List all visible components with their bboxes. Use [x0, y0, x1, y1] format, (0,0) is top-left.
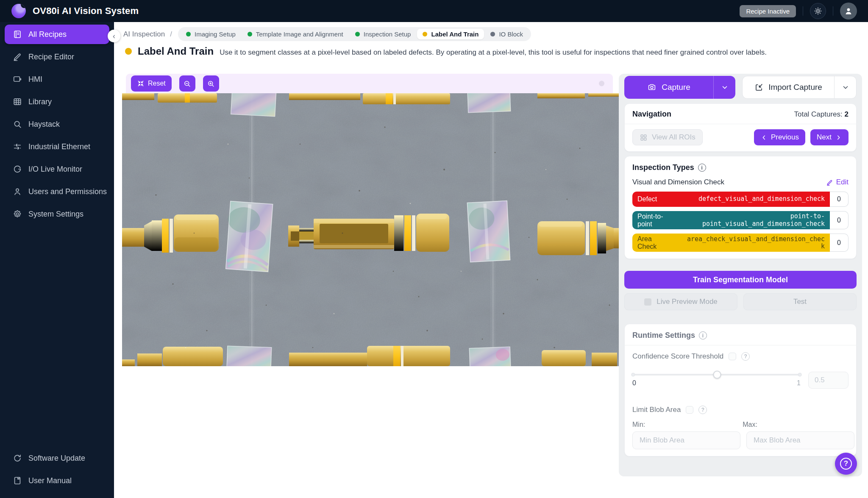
status-dot-green	[186, 32, 191, 36]
sidebar-item-label: I/O Live Monitor	[28, 165, 82, 174]
sidebar-item-label: Recipe Editor	[28, 53, 74, 61]
theme-toggle-button[interactable]	[810, 3, 826, 19]
sidebar-item-all-recipes[interactable]: All Recipes	[5, 25, 109, 44]
navigation-title: Navigation	[632, 110, 671, 119]
check-class-defect[interactable]: Defect defect_visual_and_dimension_check	[632, 192, 830, 207]
gear-icon	[13, 209, 22, 219]
sidebar-collapse-button[interactable]: ‹	[108, 30, 120, 42]
test-button[interactable]: Test	[743, 293, 857, 310]
capture-button[interactable]: Capture	[624, 76, 735, 99]
confidence-slider[interactable]: 0 1	[632, 374, 801, 387]
zoom-in-button[interactable]	[203, 75, 219, 92]
status-dot-green	[248, 32, 252, 36]
table-grid-icon	[13, 97, 22, 106]
slider-thumb[interactable]	[713, 370, 721, 378]
step-imaging-setup[interactable]: Imaging Setup	[181, 29, 241, 39]
check-class-point-to-point[interactable]: Point-to-point point-to-point_visual_and…	[632, 211, 830, 229]
slider-track[interactable]	[632, 374, 801, 376]
info-icon[interactable]: i	[699, 331, 707, 339]
page-description: Use it to segment classes at a pixel-lev…	[220, 48, 767, 57]
previous-button[interactable]: Previous	[754, 129, 805, 145]
chevron-right-icon	[835, 134, 842, 141]
sidebar-item-users-and-permissions[interactable]: Users and Permissions	[5, 182, 109, 201]
next-button[interactable]: Next	[810, 129, 849, 145]
user-avatar[interactable]	[840, 3, 857, 19]
total-captures: Total Captures: 2	[794, 110, 849, 119]
confidence-value-input[interactable]	[808, 372, 849, 389]
step-label: Label And Train	[431, 31, 479, 38]
help-button[interactable]: ?	[835, 453, 857, 475]
view-all-rois-button[interactable]: View All ROIs	[632, 129, 703, 145]
swap-arrows-icon	[13, 142, 22, 151]
sidebar-item-software-update[interactable]: Software Update	[5, 448, 109, 468]
help-icon[interactable]: ?	[741, 352, 750, 361]
center-focus-icon	[137, 80, 145, 87]
step-template-image-and-alignment[interactable]: Template Image and Alignment	[242, 29, 349, 39]
confidence-threshold-checkbox[interactable]	[729, 353, 736, 360]
sidebar-item-recipe-editor[interactable]: Recipe Editor	[5, 47, 109, 67]
inspection-types-card: Inspection Types i Visual and Dimension …	[624, 156, 857, 259]
chevron-left-icon	[760, 134, 768, 141]
step-label: IO Block	[499, 31, 523, 38]
limit-blob-area-checkbox[interactable]	[686, 406, 693, 414]
limit-blob-area-row: Limit Blob Area ?	[632, 406, 849, 414]
sidebar: All Recipes Recipe Editor HMI Library	[0, 22, 114, 498]
app-logo-icon	[11, 4, 26, 18]
min-label: Min:	[632, 421, 645, 428]
import-capture-main[interactable]: Import Capture	[743, 76, 834, 98]
sidebar-item-hmi[interactable]: HMI	[5, 70, 109, 89]
divider	[625, 345, 856, 345]
book-icon	[13, 476, 22, 485]
chevron-left-icon: ‹	[113, 32, 115, 40]
check-name: Point-to-point	[637, 213, 669, 228]
capture-canvas[interactable]	[122, 93, 620, 366]
check-class-area-check[interactable]: Area Check area_check_visual_and_dimensi…	[632, 234, 830, 252]
live-preview-label: Live Preview Mode	[657, 298, 718, 306]
check-group-header: Visual and Dimension Check Edit	[632, 178, 849, 186]
recipe-status-badge: Recipe Inactive	[740, 5, 796, 17]
sidebar-item-system-settings[interactable]: System Settings	[5, 204, 109, 224]
check-rows: Defect defect_visual_and_dimension_check…	[632, 192, 849, 252]
sidebar-item-industrial-ethernet[interactable]: Industrial Ethernet	[5, 137, 109, 156]
step-inspection-setup[interactable]: Inspection Setup	[350, 29, 417, 39]
previous-label: Previous	[771, 133, 799, 142]
max-blob-area-input[interactable]	[746, 431, 854, 449]
sidebar-item-io-live-monitor[interactable]: I/O Live Monitor	[5, 159, 109, 179]
status-dot-yellow	[125, 48, 132, 55]
status-dot-gray	[490, 32, 495, 36]
check-name: Area Check	[637, 235, 669, 250]
status-dot-yellow	[423, 32, 427, 36]
import-capture-button[interactable]: Import Capture	[742, 76, 857, 99]
sidebar-item-haystack[interactable]: Haystack	[5, 114, 109, 134]
refresh-icon	[13, 453, 22, 463]
navigation-card: Navigation Total Captures: 2	[624, 103, 857, 152]
slider-end-dot	[798, 373, 802, 376]
slider-min-label: 0	[632, 379, 636, 387]
capture-dropdown-toggle[interactable]	[713, 76, 735, 99]
import-dropdown-toggle[interactable]	[834, 76, 856, 98]
live-preview-mode-button[interactable]: Live Preview Mode	[624, 293, 737, 310]
reset-view-button[interactable]: Reset	[131, 75, 172, 92]
import-icon	[754, 83, 763, 92]
max-label: Max:	[743, 421, 757, 428]
capture-button-row: Capture Import Capture	[624, 76, 857, 99]
help-icon[interactable]: ?	[698, 406, 707, 414]
min-blob-area-input[interactable]	[632, 431, 740, 449]
info-icon[interactable]: i	[698, 164, 706, 172]
prev-next-group: Previous Next	[754, 129, 849, 145]
main-content: AI Inspection / Imaging Setup Template I…	[114, 22, 868, 498]
step-io-block[interactable]: IO Block	[485, 29, 529, 39]
breadcrumb-root: AI Inspection	[123, 30, 165, 39]
check-group-title: Visual and Dimension Check	[632, 178, 724, 186]
magnifier-minus-icon	[183, 80, 191, 88]
sidebar-item-user-manual[interactable]: User Manual	[5, 471, 109, 490]
step-label-and-train[interactable]: Label And Train	[417, 29, 484, 39]
slider-labels: 0 1	[632, 379, 801, 387]
edit-button[interactable]: Edit	[826, 178, 849, 186]
capture-button-main[interactable]: Capture	[624, 76, 713, 99]
check-row-defect: Defect defect_visual_and_dimension_check…	[632, 192, 849, 207]
sidebar-item-library[interactable]: Library	[5, 92, 109, 111]
zoom-out-button[interactable]	[179, 75, 195, 92]
train-segmentation-model-button[interactable]: Train Segmentation Model	[624, 271, 857, 289]
toolbar-indicator-dot	[599, 81, 604, 86]
